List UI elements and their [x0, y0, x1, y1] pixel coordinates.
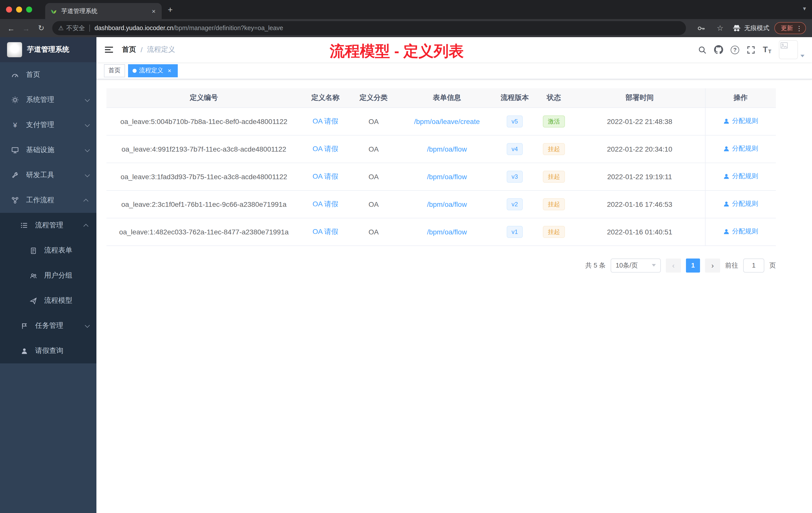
- person-icon: [723, 146, 730, 152]
- form-info-link[interactable]: /bpm/oa/flow: [427, 173, 467, 180]
- forward-button[interactable]: →: [19, 21, 33, 35]
- tab-favicon-icon: [50, 7, 57, 14]
- back-button[interactable]: ←: [4, 21, 18, 35]
- col-process-version: 流程版本: [496, 88, 533, 108]
- incognito-icon: [732, 24, 741, 33]
- window-controls: [0, 6, 37, 19]
- bookmark-star-icon[interactable]: ☆: [713, 21, 727, 35]
- sidebar-item-task-manage[interactable]: 任务管理: [0, 313, 96, 338]
- tag-close-icon[interactable]: ×: [166, 67, 173, 74]
- breadcrumb-home[interactable]: 首页: [122, 45, 136, 54]
- assign-rule-link[interactable]: 分配规则: [723, 227, 758, 236]
- navbar: 首页 / 流程定义 流程模型 - 定义列表 ?: [96, 37, 812, 62]
- zoom-window-button[interactable]: [26, 6, 32, 12]
- help-question-icon[interactable]: ?: [731, 46, 739, 54]
- breadcrumb-current: 流程定义: [147, 45, 175, 54]
- sidebar-item-user-group[interactable]: 用户分组: [0, 263, 96, 288]
- fullscreen-icon[interactable]: [747, 46, 755, 54]
- url-divider: [90, 25, 90, 32]
- version-badge: v4: [506, 143, 523, 155]
- chevron-up-icon: [83, 199, 88, 204]
- sidebar-item-devtools[interactable]: 研发工具: [0, 163, 96, 188]
- status-badge: 挂起: [543, 143, 565, 155]
- definition-name-link[interactable]: OA 请假: [313, 144, 339, 152]
- new-tab-button[interactable]: +: [162, 5, 179, 19]
- close-window-button[interactable]: [6, 6, 12, 12]
- app-window: 芋道管理系统 首页 系统管理 ¥: [0, 37, 812, 513]
- sidebar-item-home[interactable]: 首页: [0, 62, 96, 87]
- url-host: dashboard.yudao.iocoder.cn: [95, 25, 174, 32]
- version-badge: v1: [506, 225, 523, 238]
- tag-process-definition[interactable]: 流程定义 ×: [128, 64, 178, 77]
- col-definition-category: 定义分类: [349, 88, 398, 108]
- user-avatar-menu[interactable]: [779, 40, 805, 59]
- sidebar-toggle-hamburger-icon[interactable]: [104, 45, 114, 55]
- sidebar-item-payment[interactable]: ¥ 支付管理: [0, 113, 96, 138]
- dashboard-icon: [10, 71, 20, 79]
- assign-rule-link[interactable]: 分配规则: [723, 200, 758, 209]
- cell-category: OA: [349, 190, 398, 218]
- search-icon[interactable]: [698, 46, 706, 54]
- chrome-update-chip[interactable]: 更新 ⋮: [774, 22, 806, 34]
- form-info-link[interactable]: /bpm/oa/flow: [427, 228, 467, 236]
- browser-tab[interactable]: 芋道管理系统 ×: [45, 3, 162, 19]
- prev-page-button[interactable]: ‹: [666, 258, 681, 272]
- password-key-icon[interactable]: [694, 21, 708, 35]
- status-badge: 挂起: [543, 225, 565, 238]
- sidebar-item-system[interactable]: 系统管理: [0, 87, 96, 113]
- col-deploy-time: 部署时间: [575, 88, 705, 108]
- cell-deploy-time: 2022-01-22 19:19:11: [575, 163, 705, 190]
- form-info-link[interactable]: /bpm/oa/flow: [427, 200, 467, 208]
- sidebar: 芋道管理系统 首页 系统管理 ¥: [0, 37, 96, 513]
- page-size-select[interactable]: 10条/页: [611, 258, 661, 272]
- assign-rule-link[interactable]: 分配规则: [723, 172, 758, 181]
- sidebar-logo-row[interactable]: 芋道管理系统: [0, 37, 96, 62]
- chevron-down-icon: [85, 172, 90, 177]
- goto-page-input[interactable]: [743, 258, 764, 272]
- assign-rule-link[interactable]: 分配规则: [723, 144, 758, 153]
- sidebar-item-process-manage[interactable]: 流程管理: [0, 213, 96, 238]
- cell-category: OA: [349, 218, 398, 245]
- definition-name-link[interactable]: OA 请假: [313, 227, 339, 235]
- version-badge: v5: [506, 115, 523, 127]
- col-form-info: 表单信息: [398, 88, 496, 108]
- task-icon: [19, 322, 29, 330]
- definition-name-link[interactable]: OA 请假: [313, 172, 339, 180]
- tab-close-icon[interactable]: ×: [150, 7, 158, 15]
- toolbar-right: ☆ 无痕模式 更新 ⋮: [690, 21, 808, 35]
- process-model-icon: [28, 297, 38, 304]
- chevron-down-icon: [85, 323, 90, 328]
- form-info-link[interactable]: /bpm/oa/leave/create: [414, 117, 480, 125]
- definition-name-link[interactable]: OA 请假: [313, 200, 339, 208]
- not-secure-label: 不安全: [66, 24, 85, 32]
- active-tag-dot: [133, 68, 137, 72]
- cell-category: OA: [349, 135, 398, 163]
- font-size-icon[interactable]: TT: [763, 45, 771, 54]
- cell-deploy-time: 2022-01-16 17:46:53: [575, 190, 705, 218]
- sidebar-item-leave-query[interactable]: 请假查询: [0, 338, 96, 363]
- tag-home[interactable]: 首页: [104, 64, 125, 77]
- table-row: oa_leave:3:1fad3d93-7b75-11ec-a3c8-acde4…: [107, 163, 776, 190]
- address-bar[interactable]: ⚠ 不安全 dashboard.yudao.iocoder.cn /bpm/ma…: [52, 21, 686, 35]
- current-page-button[interactable]: 1: [686, 258, 700, 272]
- incognito-badge: 无痕模式: [732, 24, 769, 33]
- pagination: 共 5 条 10条/页 ‹ 1 › 前往 页: [107, 258, 776, 272]
- assign-rule-link[interactable]: 分配规则: [723, 117, 758, 126]
- sidebar-item-infrastructure[interactable]: 基础设施: [0, 138, 96, 163]
- browser-menu-kebab-icon[interactable]: ⋮: [796, 24, 803, 32]
- github-icon[interactable]: [714, 45, 723, 54]
- breadcrumb: 首页 / 流程定义: [122, 45, 175, 54]
- form-info-link[interactable]: /bpm/oa/flow: [427, 145, 467, 153]
- reload-button[interactable]: ↻: [34, 21, 48, 35]
- cell-definition-id: oa_leave:4:991f2193-7b7f-11ec-a3c8-acde4…: [107, 135, 301, 163]
- next-page-button[interactable]: ›: [705, 258, 720, 272]
- sidebar-item-workflow[interactable]: 工作流程: [0, 188, 96, 213]
- user-group-icon: [28, 272, 38, 279]
- sidebar-item-process-form[interactable]: 流程表单: [0, 238, 96, 263]
- minimize-window-button[interactable]: [16, 6, 22, 12]
- browser-tab-strip: 芋道管理系统 × + ▾: [0, 0, 812, 19]
- sidebar-item-process-model[interactable]: 流程模型: [0, 288, 96, 313]
- page-unit-label: 页: [769, 261, 776, 270]
- definition-name-link[interactable]: OA 请假: [313, 117, 339, 125]
- tab-search-chevron-icon[interactable]: ▾: [803, 5, 806, 12]
